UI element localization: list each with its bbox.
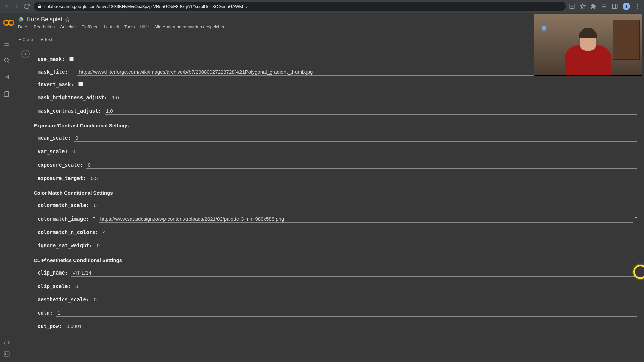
exposure-target-input[interactable] — [90, 175, 638, 182]
chevron-down-icon — [631, 270, 636, 275]
colormatch-scale-label: colormatch_scale: — [38, 202, 89, 208]
colormatch-image-row: colormatch_image: " " — [38, 215, 637, 223]
colormatch-n-colors-label: colormatch_n_colors: — [38, 229, 98, 235]
exposure-scale-label: exposure_scale: — [38, 162, 83, 168]
back-button[interactable] — [3, 3, 10, 10]
add-text-button[interactable]: + Text — [38, 36, 55, 43]
menu-anzeige[interactable]: Anzeige — [60, 24, 76, 29]
reading-list-icon[interactable] — [601, 3, 607, 9]
mask-contrast-input[interactable] — [105, 107, 637, 115]
mask-file-label: mask_file: — [38, 69, 68, 75]
var-scale-label: var_scale: — [38, 148, 68, 155]
quote-icon: " — [71, 69, 74, 75]
clip-section-heading: CLIP\Aesthetics Conditional Settings — [34, 257, 637, 263]
mean-scale-input[interactable] — [74, 134, 637, 142]
star-doc-icon[interactable] — [65, 17, 70, 22]
svg-point-2 — [637, 4, 638, 5]
clip-scale-input[interactable] — [74, 283, 637, 290]
menu-datei[interactable]: Datei — [18, 24, 28, 29]
quote-icon: " — [634, 216, 637, 222]
colormatch-n-colors-row: colormatch_n_colors: — [38, 229, 637, 236]
ignore-sat-weight-input[interactable] — [96, 242, 637, 249]
ignore-sat-weight-label: ignore_sat_weight: — [38, 243, 92, 249]
url-bar[interactable]: colab.research.google.com/drive/13G9KHyM… — [34, 2, 566, 11]
colab-logo-icon[interactable] — [3, 17, 15, 29]
cutn-input[interactable] — [56, 309, 637, 317]
exposure-section-heading: Exposure/Contrast Conditional Settings — [34, 123, 637, 128]
menu-icon[interactable] — [635, 3, 641, 9]
cell-form: use_mask: mask_file: " invert_mask: mask… — [13, 46, 644, 362]
exposure-target-label: exposure_target: — [38, 175, 86, 181]
colormatch-image-label: colormatch_image: — [38, 216, 89, 222]
colormatch-scale-input[interactable] — [93, 202, 637, 209]
menu-tools[interactable]: Tools — [124, 24, 135, 29]
menu-bar: Datei Bearbeiten Anzeige Einfügen Laufze… — [18, 24, 226, 29]
clip-name-value: ViT-L/14 — [72, 270, 631, 276]
exposure-scale-input[interactable] — [86, 161, 637, 169]
star-icon[interactable] — [580, 3, 586, 9]
mask-contrast-label: mask_contrast_adjust: — [38, 108, 101, 114]
webcam-overlay — [534, 14, 642, 76]
mean-scale-row: mean_scale: — [38, 134, 637, 142]
aesthetics-scale-input[interactable] — [93, 296, 637, 303]
terminal-icon[interactable] — [3, 351, 10, 357]
invert-mask-row: invert_mask: — [38, 82, 637, 88]
ignore-sat-weight-row: ignore_sat_weight: — [38, 242, 637, 249]
save-status[interactable]: Alle Änderungen wurden gespeichert — [154, 24, 225, 29]
forward-button[interactable] — [13, 3, 20, 10]
code-snippets-icon[interactable] — [3, 339, 10, 346]
colormatch-n-colors-input[interactable] — [102, 229, 637, 236]
menu-laufzeit[interactable]: Laufzeit — [104, 24, 119, 29]
svg-point-7 — [4, 58, 8, 62]
clip-scale-label: clip_scale: — [38, 283, 71, 289]
mask-brightness-row: mask_brightness_adjust: — [38, 94, 637, 101]
cutn-label: cutn: — [38, 310, 53, 316]
browser-actions: a — [569, 3, 641, 10]
menu-einfuegen[interactable]: Einfügen — [81, 24, 98, 29]
search-icon[interactable] — [3, 57, 10, 64]
use-mask-label: use_mask: — [38, 56, 65, 62]
panel-icon[interactable] — [612, 3, 618, 9]
quote-icon: " — [93, 216, 96, 222]
add-code-button[interactable]: + Code — [16, 36, 36, 43]
mask-brightness-label: mask_brightness_adjust: — [38, 95, 107, 101]
files-icon[interactable] — [3, 90, 10, 97]
aesthetics-scale-label: aesthetics_scale: — [38, 297, 89, 303]
cutn-row: cutn: — [38, 309, 637, 317]
invert-mask-label: invert_mask: — [38, 82, 74, 88]
url-text: colab.research.google.com/drive/13G9KHyM… — [44, 4, 248, 9]
color-section-heading: Color Match Conditional Settings — [34, 190, 637, 196]
exposure-target-row: exposure_target: — [38, 175, 637, 182]
invert-mask-checkbox[interactable] — [78, 82, 83, 86]
colormatch-image-input[interactable] — [99, 215, 633, 223]
install-icon[interactable] — [569, 3, 575, 9]
clip-name-select[interactable]: ViT-L/14 — [71, 269, 637, 277]
variables-icon[interactable] — [3, 74, 10, 80]
cut-pow-input[interactable] — [65, 323, 637, 330]
aesthetics-scale-row: aesthetics_scale: — [38, 296, 637, 303]
mask-brightness-input[interactable] — [111, 94, 637, 101]
clip-scale-row: clip_scale: — [38, 283, 637, 290]
var-scale-input[interactable] — [71, 148, 637, 155]
svg-rect-8 — [4, 352, 9, 356]
cut-pow-row: cut_pow: — [38, 323, 637, 330]
toc-icon[interactable] — [3, 40, 10, 47]
menu-hilfe[interactable]: Hilfe — [140, 24, 149, 29]
profile-avatar[interactable]: a — [623, 3, 630, 10]
drive-icon — [18, 17, 24, 23]
svg-point-4 — [637, 8, 638, 9]
extensions-icon[interactable] — [590, 3, 596, 9]
browser-bar: colab.research.google.com/drive/13G9KHyM… — [0, 0, 644, 13]
mean-scale-label: mean_scale: — [38, 135, 71, 141]
cut-pow-label: cut_pow: — [38, 323, 62, 329]
svg-rect-1 — [612, 4, 617, 9]
lock-icon — [38, 4, 42, 8]
sidebar — [0, 33, 13, 362]
menu-bearbeiten[interactable]: Bearbeiten — [34, 24, 55, 29]
reload-button[interactable] — [23, 3, 30, 10]
clip-name-label: clip_name: — [38, 270, 68, 276]
doc-title[interactable]: Kurs Beispiel — [27, 16, 62, 23]
colormatch-scale-row: colormatch_scale: — [38, 202, 637, 209]
use-mask-checkbox[interactable] — [69, 57, 74, 61]
clip-name-row: clip_name: ViT-L/14 — [38, 269, 637, 277]
